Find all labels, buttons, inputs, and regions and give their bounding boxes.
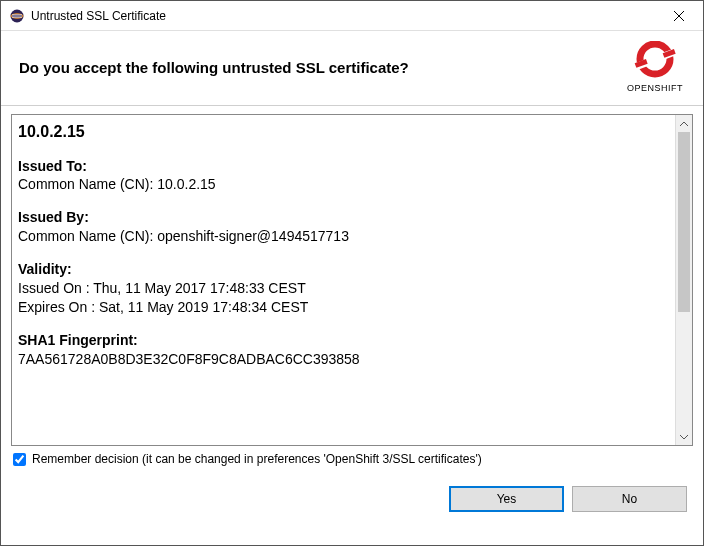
close-button[interactable] [656,2,701,30]
svg-point-0 [11,9,24,22]
fingerprint-label: SHA1 Fingerprint: [18,331,655,350]
certificate-host: 10.0.2.15 [18,121,655,143]
issued-on: Issued On : Thu, 11 May 2017 17:48:33 CE… [18,279,655,298]
issued-by-cn: Common Name (CN): openshift-signer@14945… [18,227,655,246]
remember-checkbox[interactable] [13,453,26,466]
window-title: Untrusted SSL Certificate [31,9,656,23]
scrollbar-track[interactable] [676,132,692,428]
dialog-question: Do you accept the following untrusted SS… [19,59,625,76]
expires-on: Expires On : Sat, 11 May 2019 17:48:34 C… [18,298,655,317]
close-icon [674,11,684,21]
openshift-logo: OPENSHIFT [625,41,685,93]
openshift-icon [633,41,677,81]
title-bar: Untrusted SSL Certificate [1,1,703,31]
svg-rect-3 [12,16,22,17]
issued-to-label: Issued To: [18,157,655,176]
remember-label[interactable]: Remember decision (it can be changed in … [32,452,482,466]
yes-button[interactable]: Yes [449,486,564,512]
button-row: Yes No [1,466,703,524]
issued-to-cn: Common Name (CN): 10.0.2.15 [18,175,655,194]
certificate-scrollbar[interactable] [675,115,692,445]
openshift-logo-label: OPENSHIFT [625,83,685,93]
eclipse-icon [9,8,25,24]
scroll-up-button[interactable] [676,115,692,132]
certificate-content: 10.0.2.15 Issued To: Common Name (CN): 1… [12,115,675,375]
dialog-header: Do you accept the following untrusted SS… [1,31,703,99]
chevron-down-icon [680,434,688,440]
validity-label: Validity: [18,260,655,279]
scroll-down-button[interactable] [676,428,692,445]
no-button[interactable]: No [572,486,687,512]
chevron-up-icon [680,121,688,127]
scrollbar-thumb[interactable] [678,132,690,312]
certificate-details: 10.0.2.15 Issued To: Common Name (CN): 1… [11,114,693,446]
svg-rect-2 [12,14,22,15]
remember-row: Remember decision (it can be changed in … [11,452,693,466]
issued-by-label: Issued By: [18,208,655,227]
header-divider [1,105,703,106]
fingerprint-value: 7AA561728A0B8D3E32C0F8F9C8ADBAC6CC393858 [18,350,655,369]
